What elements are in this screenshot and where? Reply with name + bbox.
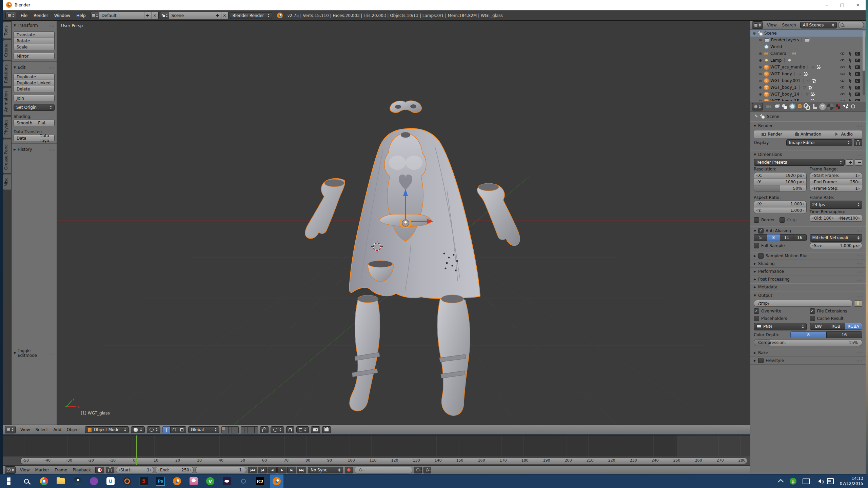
opengl-render-button[interactable] xyxy=(311,426,320,433)
start-taskbar-icon[interactable] xyxy=(4,474,18,488)
full-sample-checkbox[interactable]: Full Sample xyxy=(754,242,807,249)
remove-preset-button[interactable] xyxy=(855,159,862,166)
play-reverse-button[interactable]: ◀ xyxy=(268,467,277,473)
layer-cell[interactable] xyxy=(235,427,238,430)
renderability-camera-icon[interactable] xyxy=(855,79,860,83)
info-menu-file[interactable]: File xyxy=(18,13,31,18)
outliner-row[interactable]: ⊕WGT_body|▽ xyxy=(750,70,866,77)
outliner-item-label[interactable]: WGT_body_1 xyxy=(770,85,796,90)
selectability-cursor-icon[interactable] xyxy=(848,78,852,83)
timeline-track-area[interactable] xyxy=(3,435,750,456)
jump-to-end-button[interactable]: ▶▶| xyxy=(297,467,306,473)
outliner-menu-search[interactable]: Search xyxy=(779,23,798,27)
drag-dots-icon[interactable]: :::: xyxy=(856,262,862,266)
render-presets-dropdown[interactable]: Render Presets xyxy=(754,159,845,166)
viewport-menu-add[interactable]: Add xyxy=(51,427,64,432)
layer-cell[interactable] xyxy=(229,427,232,430)
goocam-taskbar-icon[interactable] xyxy=(87,474,101,488)
sampled-motion-blur-checkbox[interactable] xyxy=(758,253,764,259)
transform-panel-header[interactable]: ▼Transform:::: xyxy=(14,22,55,29)
volume-icon[interactable] xyxy=(816,479,821,483)
pin-icon[interactable] xyxy=(754,115,758,119)
shade-flat-button[interactable]: Flat xyxy=(35,120,55,126)
auto-keyframe-button[interactable] xyxy=(345,467,353,473)
outliner-row[interactable]: ⊕Camera| xyxy=(750,50,866,57)
timeline-menu-marker[interactable]: Marker xyxy=(32,468,52,472)
rotate-button[interactable]: Rotate xyxy=(14,38,55,44)
settings-gear-taskbar-icon[interactable] xyxy=(237,474,250,488)
close-button[interactable]: × xyxy=(850,0,866,10)
render-engine-dropdown[interactable]: Blender Render xyxy=(230,12,272,19)
transform-orientation-dropdown[interactable]: Global xyxy=(188,426,219,433)
output-panel-header[interactable]: ▼Output:::: xyxy=(754,292,862,299)
delete-button[interactable]: Delete xyxy=(14,86,55,92)
properties-tab-particles-icon[interactable] xyxy=(842,103,849,110)
frame-rate-dropdown[interactable]: 24 fps xyxy=(810,201,863,209)
outliner-scope-dropdown[interactable]: All Scenes xyxy=(800,22,837,28)
renderability-camera-icon[interactable] xyxy=(855,86,860,89)
browse-folder-button[interactable] xyxy=(854,300,862,307)
keying-set-field[interactable] xyxy=(355,467,412,473)
uplay-taskbar-icon[interactable]: U xyxy=(104,474,117,488)
outliner-row[interactable]: ⊕WGT_acs_mantle|▽ xyxy=(750,64,866,70)
outliner-row[interactable]: ⊕Lamp| xyxy=(750,57,866,64)
scene-name[interactable]: Scene xyxy=(169,12,214,19)
resolution-x-field[interactable]: X:1920 px xyxy=(754,172,807,179)
utorrent-tray-icon[interactable]: µ xyxy=(790,478,796,485)
file-format-dropdown[interactable]: PNG xyxy=(754,323,807,330)
green-shield-taskbar-icon[interactable]: V xyxy=(203,474,217,488)
outliner-item-label[interactable]: WGT_body.001 xyxy=(770,78,801,83)
translate-manipulator-button[interactable] xyxy=(162,426,171,433)
color-depth-16-button[interactable]: 16 xyxy=(826,331,863,338)
data-transfer-data-button[interactable]: Data xyxy=(14,135,34,141)
layer-cell[interactable] xyxy=(225,430,228,433)
outliner-row[interactable]: ⊖Scene xyxy=(750,30,866,37)
layer-cell[interactable] xyxy=(232,430,235,433)
drag-dots-icon[interactable]: :::: xyxy=(856,124,862,127)
screen-layout-name[interactable]: Default xyxy=(99,12,144,19)
layer-cell[interactable] xyxy=(225,427,228,430)
chrome-taskbar-icon[interactable] xyxy=(37,474,51,488)
outliner-item-label[interactable]: RenderLayers xyxy=(771,38,799,42)
snap-toggle-button[interactable] xyxy=(286,426,294,433)
aa-filter-dropdown[interactable]: Mitchell-Netravali xyxy=(810,234,863,242)
shelf-tab-relations[interactable]: Relations xyxy=(3,61,11,86)
scale-button[interactable]: Scale xyxy=(14,44,55,50)
shade-smooth-button[interactable]: Smooth xyxy=(14,120,35,126)
selectability-cursor-icon[interactable] xyxy=(848,99,852,101)
post-processing-panel-header[interactable]: ▶Post Processing:::: xyxy=(750,276,866,283)
delete-keyframe-button[interactable] xyxy=(423,467,431,473)
selectability-cursor-icon[interactable] xyxy=(848,51,852,56)
scale-manipulator-button[interactable] xyxy=(178,426,186,433)
anti-aliasing-panel-header[interactable]: ▼ Anti-Aliasing :::: xyxy=(754,227,862,234)
expander-plus-icon[interactable]: ⊕ xyxy=(758,72,763,76)
anti-aliasing-checkbox[interactable] xyxy=(758,228,764,233)
timeline-menu-view[interactable]: View xyxy=(17,468,32,472)
add-scene-button[interactable] xyxy=(214,12,221,19)
drag-dots-icon[interactable]: :::: xyxy=(856,359,862,363)
shelf-tab-physics[interactable]: Physics xyxy=(3,116,11,138)
layer-cell[interactable] xyxy=(229,430,232,433)
color-depth-8-button[interactable]: 8 xyxy=(790,331,827,338)
file-explorer-taskbar-icon[interactable] xyxy=(54,474,67,488)
taskbar-clock[interactable]: 14:13 07/12/2015 xyxy=(840,476,863,486)
visibility-eye-icon[interactable] xyxy=(840,58,845,63)
expander-plus-icon[interactable]: ⊕ xyxy=(758,99,763,102)
lock-to-scene-button[interactable] xyxy=(260,426,269,433)
outliner-row[interactable]: ⊕RenderLayers| xyxy=(750,37,866,43)
renderability-camera-icon[interactable] xyxy=(855,72,860,76)
tray-chevron-up-icon[interactable] xyxy=(778,479,784,485)
steam-taskbar-icon[interactable] xyxy=(71,474,84,488)
outliner-item-label[interactable]: WGT_body_15 xyxy=(770,99,799,101)
layers-grid-1[interactable] xyxy=(221,426,239,433)
aa-size-field[interactable]: Size:1.000 px xyxy=(810,242,863,249)
viewport-shading-dropdown[interactable] xyxy=(131,426,145,433)
layer-cell[interactable] xyxy=(235,430,238,433)
aa-samples-11-button[interactable]: 11 xyxy=(780,234,793,241)
insert-keyframe-button[interactable] xyxy=(414,467,422,473)
selectability-cursor-icon[interactable] xyxy=(848,58,852,63)
drag-dots-icon[interactable]: :::: xyxy=(49,148,55,151)
data-transfer-layout-button[interactable]: Data Layo xyxy=(34,135,55,141)
expander-plus-icon[interactable]: ⊕ xyxy=(758,38,763,42)
drag-dots-icon[interactable]: :::: xyxy=(856,254,862,258)
